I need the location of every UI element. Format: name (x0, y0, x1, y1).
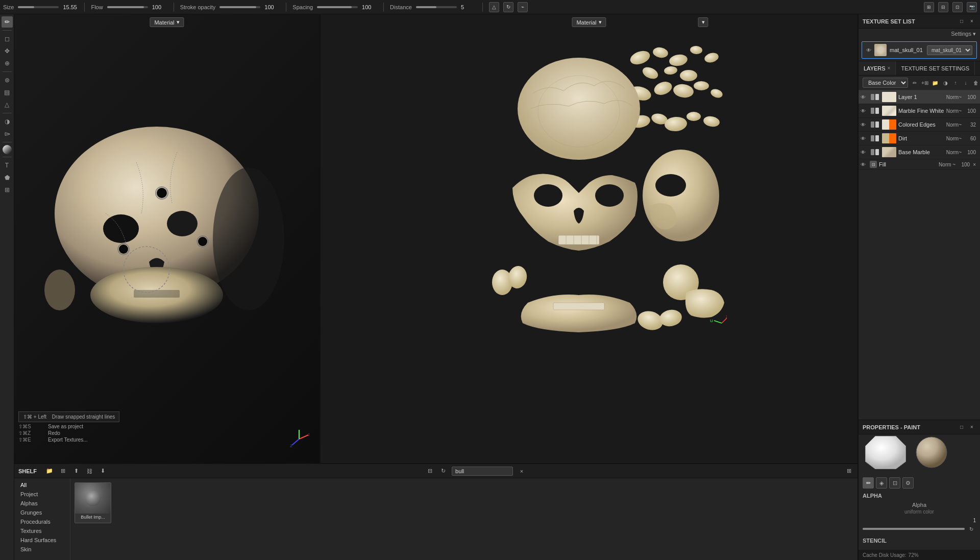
left-viewport-dropdown[interactable]: Material ▾ (150, 17, 184, 27)
layer-item-0[interactable]: 👁 Layer 1 Norm~ 100 (859, 90, 980, 104)
texture-set-list-expand-btn[interactable]: □ (958, 17, 966, 26)
props-tab-settings[interactable]: ⚙ (902, 477, 914, 489)
texture-eye-icon[interactable]: 👁 (866, 47, 871, 53)
layout-btn-2[interactable]: ⊟ (938, 2, 948, 12)
select-tool[interactable]: ◻ (2, 33, 13, 44)
shelf-link-btn[interactable]: ⛓ (85, 467, 94, 476)
shelf-new-btn[interactable]: ⊞ (58, 467, 67, 476)
layer-item-4[interactable]: 👁 Base Marble Norm~ 100 (859, 145, 980, 159)
picker-tool[interactable]: ⌲ (2, 128, 13, 139)
layer-name-0: Layer 1 (898, 94, 944, 100)
svg-rect-65 (871, 121, 874, 128)
layer-eye-1[interactable]: 👁 (861, 108, 868, 114)
layout-btn-3[interactable]: ⊡ (952, 2, 963, 12)
svg-line-18 (292, 439, 299, 445)
shelf-close-btn[interactable]: × (517, 467, 526, 476)
texture-set-dropdown[interactable]: mat_skull_01 (927, 45, 972, 55)
props-tab-mesh[interactable]: ⊡ (889, 477, 900, 489)
sticker-tool[interactable]: ⬟ (2, 172, 13, 183)
layer-eye-3[interactable]: 👁 (861, 136, 868, 141)
texture-set-row[interactable]: 👁 mat_skull_01 mat_skull_01 (862, 41, 977, 59)
mat-preview-sphere-container[interactable] (913, 434, 951, 470)
stroke-refresh-btn[interactable]: ↻ (503, 2, 513, 12)
shelf-import-btn[interactable]: ⬆ (71, 467, 81, 476)
shelf-cat-procedurals[interactable]: Procedurals (14, 517, 70, 526)
texture-settings-tab[interactable]: TEXTURE SET SETTINGS (896, 61, 975, 75)
right-viewport-dropdown[interactable]: Material ▾ (572, 17, 606, 27)
layer-eye-0[interactable]: 👁 (861, 94, 868, 100)
layer-down-btn[interactable]: ↓ (961, 78, 970, 87)
stroke-option-btn[interactable]: ⌁ (518, 2, 528, 12)
smudge-tool[interactable]: ⊕ (2, 58, 13, 69)
layer-eye-2[interactable]: 👁 (861, 122, 868, 128)
fill-layer-delete[interactable]: × (973, 162, 976, 167)
props-tab-material[interactable]: ◈ (876, 477, 887, 489)
paint-tool[interactable]: ✏ (2, 16, 13, 28)
alpha-reset-btn[interactable]: ↻ (967, 524, 976, 533)
color-picker[interactable] (3, 145, 12, 154)
shelf-cat-textures[interactable]: Textures (14, 526, 70, 535)
layer-folder-btn[interactable]: 📁 (930, 78, 940, 87)
size-slider[interactable] (18, 6, 59, 8)
layer-eye-4[interactable]: 👁 (861, 150, 868, 155)
shelf-cat-all[interactable]: All (14, 480, 70, 490)
layers-tab-close[interactable]: × (888, 65, 891, 71)
props-close-btn[interactable]: × (968, 423, 976, 431)
layers-2d-tool[interactable]: ⊞ (2, 184, 13, 196)
layer-item-3[interactable]: 👁 Dirt Norm~ 60 (859, 132, 980, 145)
shelf-item-bullet[interactable]: Bullet Imp... (75, 482, 111, 523)
shelf-cat-alphas[interactable]: Alphas (14, 499, 70, 508)
shortcut-desc-2: Export Textures... (48, 437, 88, 443)
shelf-search-input[interactable] (452, 467, 513, 476)
alpha-slider[interactable] (863, 528, 965, 530)
layers-tab[interactable]: LAYERS × (859, 61, 896, 75)
skull-3d-svg (29, 111, 305, 367)
left-viewport[interactable]: Material ▾ (14, 14, 321, 463)
layer-icon-svg-4 (870, 149, 879, 156)
settings-btn[interactable]: Settings ▾ (951, 31, 976, 37)
shelf-refresh-btn[interactable]: ↻ (438, 467, 448, 476)
clone-tool[interactable]: ⊛ (2, 75, 13, 86)
layout-btn-1[interactable]: ⊞ (924, 2, 934, 12)
shelf-folder-btn[interactable]: 📁 (45, 467, 54, 476)
layer-item-1[interactable]: 👁 Marble Fine White Norm~ 100 (859, 104, 980, 118)
layer-delete-btn[interactable]: 🗑 (971, 78, 980, 87)
move-tool[interactable]: ✥ (2, 45, 13, 57)
divider-2 (174, 3, 174, 12)
right-viewport-close-btn[interactable]: ▾ (698, 17, 708, 27)
right-viewport[interactable]: Material ▾ ▾ (321, 14, 857, 463)
shelf-export-btn[interactable]: ⬇ (98, 467, 107, 476)
stroke-opacity-slider[interactable] (219, 6, 260, 8)
shelf-filter-btn[interactable]: ⊟ (425, 467, 434, 476)
layer-up-btn[interactable]: ↑ (951, 78, 960, 87)
props-expand-btn[interactable]: □ (958, 423, 966, 431)
geometry-tool[interactable]: △ (2, 99, 13, 110)
base-color-dropdown[interactable]: Base Color (863, 78, 908, 88)
stroke-type-btn[interactable]: △ (489, 2, 499, 12)
spacing-slider[interactable] (317, 6, 358, 8)
fill-layer[interactable]: 👁 ⊡ Fill Norm ~ 100 × (859, 159, 980, 170)
alpha-label: Alpha (863, 502, 976, 508)
right-viewport-canvas[interactable]: Material ▾ ▾ (321, 14, 857, 463)
layer-add-btn[interactable]: +⊞ (920, 78, 929, 87)
layer-mask-btn[interactable]: ◑ (941, 78, 950, 87)
distance-slider[interactable] (416, 6, 457, 8)
shelf-cat-hard-surfaces[interactable]: Hard Surfaces (14, 535, 70, 545)
shelf-cat-project[interactable]: Project (14, 490, 70, 499)
props-tab-paint[interactable]: ✏ (863, 477, 874, 489)
fill-tool[interactable]: ▤ (2, 87, 13, 98)
shelf-cat-grunges[interactable]: Grunges (14, 508, 70, 517)
shelf-grid-btn[interactable]: ⊞ (844, 467, 853, 476)
texture-set-list-close-btn[interactable]: × (968, 17, 976, 26)
shelf-cat-skin[interactable]: Skin (14, 545, 70, 554)
layer-item-2[interactable]: 👁 Colored Edges Norm~ 32 (859, 118, 980, 132)
mask-tool[interactable]: ◑ (2, 116, 13, 127)
fill-layer-eye[interactable]: 👁 (861, 162, 868, 167)
camera-btn[interactable]: 📷 (967, 2, 977, 12)
left-viewport-canvas[interactable]: Material ▾ (14, 14, 320, 463)
flow-slider[interactable] (107, 6, 148, 8)
text-tool[interactable]: T (2, 160, 13, 171)
mat-preview-white-container[interactable] (863, 434, 909, 470)
shortcut-desc-0: Save as project (48, 424, 83, 429)
layer-paint-btn[interactable]: ✏ (910, 78, 919, 87)
